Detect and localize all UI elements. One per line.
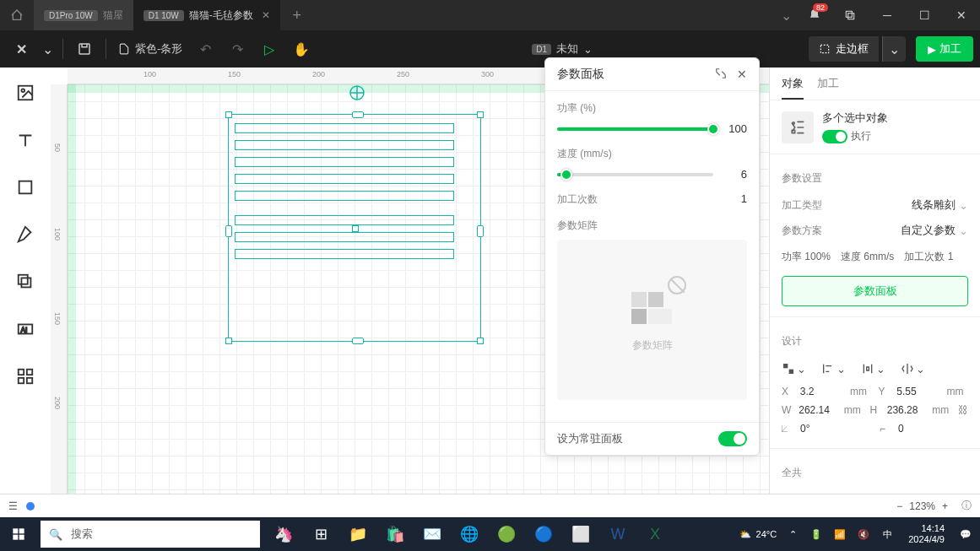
- task-app2[interactable]: 🔵: [527, 517, 560, 551]
- tab-dropdown[interactable]: ⌄: [774, 8, 798, 24]
- power-value[interactable]: 100: [722, 122, 747, 135]
- home-button[interactable]: [0, 0, 34, 30]
- task-store[interactable]: 🛍️: [378, 517, 412, 551]
- tab-title: 猫屋: [103, 8, 123, 23]
- stat-speed: 速度 6mm/s: [841, 250, 894, 264]
- close-icon[interactable]: ✕: [262, 9, 270, 21]
- tab-object[interactable]: 对象: [782, 76, 804, 100]
- tab-process[interactable]: 加工: [817, 76, 839, 100]
- task-cortana[interactable]: 🦄: [267, 517, 300, 551]
- zoom-in-button[interactable]: +: [942, 500, 948, 512]
- distribute-button[interactable]: ⌄: [861, 362, 885, 375]
- task-word[interactable]: W: [601, 517, 635, 551]
- play-button[interactable]: ▷: [255, 35, 284, 63]
- undo-button[interactable]: ↶: [191, 35, 219, 63]
- tab-inactive[interactable]: D1Pro 10W 猫屋: [34, 0, 133, 30]
- start-button[interactable]: [0, 517, 37, 551]
- scheme-select[interactable]: 自定义参数⌄: [901, 223, 968, 238]
- execute-toggle[interactable]: [822, 130, 847, 143]
- clock[interactable]: 14:14 2024/4/9: [903, 523, 950, 545]
- add-tab-button[interactable]: +: [280, 7, 314, 24]
- forbidden-icon: [668, 276, 686, 294]
- frame-dropdown[interactable]: ⌄: [882, 36, 906, 62]
- canvas-object[interactable]: [235, 232, 454, 242]
- tab-badge: D1 10W: [143, 10, 184, 21]
- device-selector[interactable]: D1 未知 ⌄: [523, 41, 601, 57]
- collapse-icon[interactable]: [715, 68, 727, 82]
- open-panel-button[interactable]: 参数面板: [782, 276, 968, 306]
- color-indicator[interactable]: [26, 502, 35, 510]
- tray-chevron[interactable]: ⌃: [785, 529, 800, 540]
- search-input[interactable]: 🔍 搜索: [41, 521, 260, 548]
- parameter-panel: 参数面板 ✕ 功率 (%) 100 速度 (mm/s): [544, 57, 760, 456]
- tray-volume[interactable]: 🔇: [856, 529, 871, 540]
- weather-widget[interactable]: ⛅ 24°C: [739, 529, 777, 540]
- y-input[interactable]: 5.55: [896, 386, 939, 397]
- logo-dropdown[interactable]: ⌄: [39, 35, 56, 63]
- logo-icon[interactable]: ✕: [7, 35, 35, 63]
- arrange-button[interactable]: ⌄: [782, 362, 806, 375]
- align-left-button[interactable]: ⌄: [821, 362, 846, 375]
- task-app3[interactable]: ⬜: [564, 517, 598, 551]
- tray-ime[interactable]: 中: [880, 528, 895, 541]
- layers-tool[interactable]: [14, 270, 37, 294]
- matrix-placeholder[interactable]: 参数矩阵: [557, 240, 747, 400]
- minimize-button[interactable]: ─: [869, 0, 906, 30]
- temperature: 24°C: [756, 529, 777, 539]
- pass-label: 加工次数: [557, 192, 598, 207]
- close-icon[interactable]: ✕: [737, 68, 747, 82]
- save-button[interactable]: [70, 35, 99, 63]
- zoom-out-button[interactable]: −: [896, 500, 902, 512]
- tab-active[interactable]: D1 10W 猫猫-毛毡参数 ✕: [133, 0, 280, 30]
- canvas-object[interactable]: [235, 249, 454, 259]
- tray-battery[interactable]: 🔋: [809, 529, 824, 540]
- canvas-object[interactable]: [235, 215, 454, 225]
- type-select[interactable]: 线条雕刻⌄: [912, 197, 968, 213]
- canvas-object[interactable]: [235, 140, 454, 150]
- text-tool[interactable]: [14, 128, 37, 152]
- svg-rect-21: [648, 292, 663, 307]
- copy-icon[interactable]: [831, 0, 869, 30]
- speed-value[interactable]: 6: [722, 168, 747, 181]
- layers-icon[interactable]: ☰: [8, 500, 18, 512]
- apps-tool[interactable]: [14, 365, 37, 388]
- redo-button[interactable]: ↷: [223, 35, 252, 63]
- shape-tool[interactable]: [14, 176, 37, 199]
- w-input[interactable]: 262.14: [799, 404, 837, 416]
- h-input[interactable]: 236.28: [887, 404, 926, 416]
- task-explorer[interactable]: 📁: [341, 517, 375, 551]
- svg-rect-3: [820, 45, 828, 52]
- tray-notifications[interactable]: 💬: [958, 529, 973, 540]
- help-icon[interactable]: ⓘ: [961, 499, 972, 513]
- zoom-value[interactable]: 123%: [909, 500, 935, 512]
- angle-input[interactable]: 0°: [800, 423, 844, 435]
- task-excel[interactable]: X: [638, 517, 672, 551]
- lock-aspect-icon[interactable]: ⛓: [958, 404, 968, 416]
- task-mail[interactable]: ✉️: [415, 517, 449, 551]
- task-edge[interactable]: 🌐: [452, 517, 486, 551]
- task-view[interactable]: ⊞: [304, 517, 338, 551]
- canvas-object[interactable]: [235, 191, 454, 201]
- maximize-button[interactable]: ☐: [906, 0, 943, 30]
- x-input[interactable]: 3.2: [800, 386, 843, 397]
- image-tool[interactable]: [14, 81, 37, 105]
- tray-wifi[interactable]: 📶: [832, 529, 847, 540]
- pin-toggle[interactable]: [718, 431, 747, 446]
- pass-value[interactable]: 1: [741, 192, 747, 207]
- close-button[interactable]: ✕: [943, 0, 980, 30]
- hand-tool[interactable]: ✋: [287, 35, 316, 63]
- process-button[interactable]: ▶ 加工: [916, 36, 973, 62]
- file-chip[interactable]: 紫色-条形: [113, 41, 187, 57]
- task-app1[interactable]: 🟢: [490, 517, 523, 551]
- ai-tool[interactable]: AI: [14, 317, 37, 341]
- frame-button[interactable]: 走边框: [809, 36, 879, 62]
- radius-input[interactable]: 0: [898, 423, 942, 435]
- canvas-object[interactable]: [235, 157, 454, 167]
- flip-button[interactable]: ⌄: [901, 362, 925, 375]
- power-slider[interactable]: [557, 127, 713, 131]
- canvas-object[interactable]: [235, 174, 454, 184]
- speed-slider[interactable]: [557, 173, 713, 176]
- canvas-object[interactable]: [235, 123, 454, 133]
- notifications-button[interactable]: 82: [798, 0, 831, 30]
- pen-tool[interactable]: [14, 223, 37, 246]
